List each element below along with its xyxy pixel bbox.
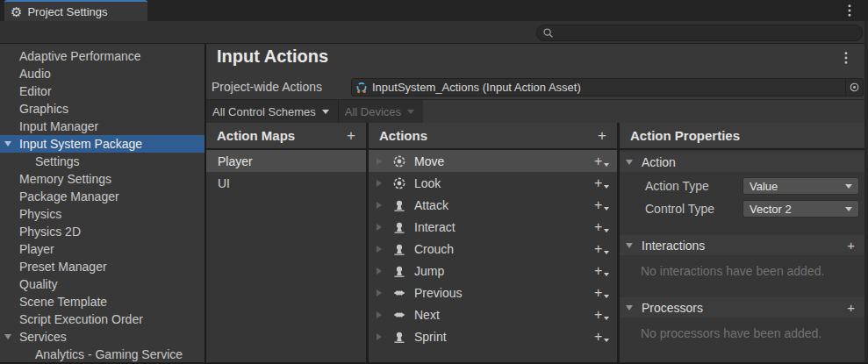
control-schemes-label: All Control Schemes — [212, 105, 316, 118]
sidebar-item-quality[interactable]: Quality — [0, 275, 204, 293]
dpad-icon — [392, 286, 406, 300]
add-binding-button[interactable]: + — [594, 284, 610, 302]
scheme-dropdown-group: All Control Schemes All Devices — [206, 100, 423, 123]
tab-project-settings[interactable]: ⚙ Project Settings — [4, 0, 147, 21]
sidebar-item-preset-manager[interactable]: Preset Manager — [0, 258, 204, 275]
action-row-sprint[interactable]: Sprint + — [369, 325, 617, 347]
add-binding-button[interactable]: + — [594, 240, 610, 258]
sidebar-item-services[interactable]: Services — [0, 328, 204, 346]
sidebar-item-physics-2d[interactable]: Physics 2D — [0, 223, 204, 240]
input-actions-menu-icon[interactable]: ⋮ — [839, 51, 853, 65]
sidebar-item-settings[interactable]: Settings — [0, 153, 204, 170]
add-binding-button[interactable]: + — [594, 175, 610, 192]
interactions-section-header[interactable]: Interactions + — [620, 235, 864, 255]
action-row-attack[interactable]: Attack + — [369, 194, 617, 216]
control-type-row: Control Type Vector 2 — [620, 199, 864, 218]
sidebar-item-input-manager[interactable]: Input Manager — [0, 118, 204, 135]
control-schemes-dropdown[interactable]: All Control Schemes — [206, 100, 338, 123]
sidebar-item-graphics[interactable]: Graphics — [0, 100, 204, 118]
object-picker-button[interactable] — [845, 79, 863, 96]
add-binding-button[interactable]: + — [594, 153, 610, 170]
add-binding-button[interactable]: + — [594, 196, 610, 214]
sidebar-item-memory-settings[interactable]: Memory Settings — [0, 170, 204, 188]
action-row-move[interactable]: Move + — [369, 150, 617, 172]
sidebar-item-scene-template[interactable]: Scene Template — [0, 293, 204, 310]
action-properties-header: Action Properties — [620, 123, 864, 150]
action-map-row-ui[interactable]: UI — [206, 172, 366, 194]
plus-icon: + — [594, 262, 602, 280]
foldout-open-icon[interactable] — [626, 305, 633, 310]
control-type-dropdown[interactable]: Vector 2 — [742, 200, 859, 218]
stick-icon — [392, 176, 406, 190]
project-settings-window: ⚙ Project Settings ⋮ Adaptive Performanc… — [0, 0, 868, 364]
add-binding-button[interactable]: + — [594, 306, 610, 324]
project-wide-actions-object-field[interactable]: InputSystem_Actions (Input Action Asset) — [351, 78, 864, 96]
action-row-interact[interactable]: Interact + — [369, 216, 617, 238]
expand-icon[interactable] — [377, 158, 382, 165]
sidebar-item-player[interactable]: Player — [0, 240, 204, 258]
expand-icon[interactable] — [377, 246, 382, 253]
sidebar-item-adaptive-performance[interactable]: Adaptive Performance — [0, 47, 204, 65]
processors-section-header[interactable]: Processors + — [620, 297, 864, 318]
action-label: Look — [414, 176, 441, 190]
action-type-dropdown[interactable]: Value — [742, 177, 859, 195]
expand-icon[interactable] — [377, 268, 382, 275]
window-menu-icon[interactable]: ⋮ — [843, 4, 857, 18]
asset-name: InputSystem_Actions (Input Action Asset) — [372, 81, 845, 94]
actions-panel: Actions + Move + Look + Attack + Interac… — [369, 123, 617, 364]
add-interaction-button[interactable]: + — [847, 239, 855, 252]
foldout-open-icon[interactable] — [4, 141, 11, 146]
sidebar-item-package-manager[interactable]: Package Manager — [0, 188, 204, 205]
action-section-header[interactable]: Action — [620, 152, 864, 172]
sidebar-item-audio[interactable]: Audio — [0, 65, 204, 82]
plus-icon: + — [594, 218, 602, 236]
add-processor-button[interactable]: + — [847, 301, 855, 314]
action-label: Sprint — [414, 330, 447, 344]
chevron-down-icon — [322, 110, 329, 114]
action-type-row: Action Type Value — [620, 176, 864, 196]
action-label: Previous — [414, 286, 462, 300]
add-action-map-button[interactable]: + — [347, 128, 355, 143]
sidebar-item-script-execution-order[interactable]: Script Execution Order — [0, 310, 204, 328]
expand-icon[interactable] — [377, 224, 382, 231]
sidebar-item-input-system-package[interactable]: Input System Package — [0, 135, 204, 153]
expand-icon[interactable] — [377, 180, 382, 187]
add-binding-button[interactable]: + — [594, 328, 610, 346]
devices-dropdown[interactable]: All Devices — [339, 100, 423, 123]
add-binding-button[interactable]: + — [594, 262, 610, 280]
add-binding-button[interactable]: + — [594, 218, 610, 236]
foldout-open-icon[interactable] — [626, 243, 633, 248]
action-row-crouch[interactable]: Crouch + — [369, 238, 617, 260]
expand-icon[interactable] — [377, 202, 382, 209]
section-title: Processors — [642, 301, 703, 315]
chevron-down-icon — [604, 185, 609, 189]
expand-icon[interactable] — [377, 289, 382, 296]
expand-icon[interactable] — [377, 333, 382, 340]
sidebar-item-editor[interactable]: Editor — [0, 82, 204, 100]
actions-header: Actions + — [369, 123, 617, 150]
foldout-open-icon[interactable] — [626, 160, 633, 165]
plus-icon: + — [594, 153, 602, 170]
devices-label: All Devices — [345, 105, 401, 118]
chevron-down-icon — [845, 184, 852, 189]
plus-icon: + — [594, 175, 602, 192]
action-row-previous[interactable]: Previous + — [369, 282, 617, 303]
sidebar-item-label: Input System Package — [19, 137, 142, 151]
add-action-button[interactable]: + — [598, 128, 606, 143]
action-row-look[interactable]: Look + — [369, 172, 617, 194]
sidebar-item-physics[interactable]: Physics — [0, 205, 204, 223]
sidebar-item-analytics-gaming-service[interactable]: Analytics - Gaming Service — [0, 346, 204, 363]
window-right-edge — [864, 21, 868, 364]
window-tab-bar: ⚙ Project Settings ⋮ — [0, 0, 868, 21]
expand-icon[interactable] — [377, 311, 382, 318]
dpad-icon — [392, 308, 406, 322]
action-map-row-player[interactable]: Player — [206, 150, 366, 172]
gear-icon: ⚙ — [11, 5, 22, 18]
search-input[interactable] — [557, 27, 857, 39]
action-row-next[interactable]: Next + — [369, 303, 617, 325]
settings-category-list: Adaptive Performance Audio Editor Graphi… — [0, 44, 204, 364]
foldout-open-icon[interactable] — [4, 334, 11, 339]
actions-title: Actions — [379, 128, 427, 143]
action-row-jump[interactable]: Jump + — [369, 260, 617, 282]
search-box[interactable] — [536, 25, 863, 41]
